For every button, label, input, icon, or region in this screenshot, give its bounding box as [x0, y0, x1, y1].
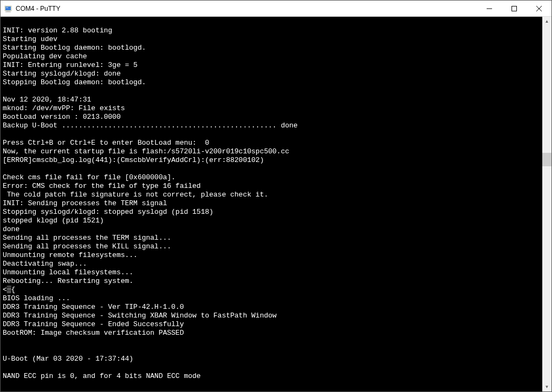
title-bar[interactable]: COM4 - PuTTY	[1, 1, 551, 17]
terminal-line: Sending all processes the TERM signal...	[3, 234, 540, 242]
close-button[interactable]	[527, 1, 551, 16]
terminal-line: done	[3, 225, 540, 234]
scroll-up-button[interactable]: ▲	[542, 17, 551, 26]
terminal-line: Sending all processes the KILL signal...	[3, 242, 540, 251]
terminal-line: DDR3 Training Sequence - Ver TIP-42.H-1.…	[3, 303, 540, 312]
scroll-down-button[interactable]: ▼	[542, 382, 551, 391]
terminal-line: DDR3 Training Sequence - Ended Successfu…	[3, 320, 540, 329]
terminal-line: Stopping syslogd/klogd: stopped syslogd …	[3, 208, 540, 217]
svg-rect-6	[512, 6, 517, 11]
terminal-line: Deactivating swap...	[3, 260, 540, 268]
terminal-line: Backup U-Boot ..........................…	[3, 121, 540, 130]
putty-icon	[4, 4, 12, 13]
svg-rect-1	[5, 6, 11, 10]
terminal-line	[3, 165, 540, 173]
terminal-line	[3, 337, 540, 346]
svg-rect-4	[5, 11, 11, 12]
terminal-line: BIOS loading ...	[3, 294, 540, 303]
scroll-thumb[interactable]	[542, 153, 551, 166]
minimize-button[interactable]	[477, 1, 502, 16]
window-title: COM4 - PuTTY	[16, 5, 477, 12]
terminal-line: [ERROR]cmscbb_log.log(441):(CmscbbVerify…	[3, 156, 540, 165]
terminal-line: Rebooting... Restarting system.	[3, 277, 540, 286]
terminal-line: NAND ECC pin is 0, and for 4 bits NAND E…	[3, 372, 540, 381]
terminal-line: mknod: /dev/mvPP: File exists	[3, 104, 540, 113]
terminal-line: The cold patch file signature is not cor…	[3, 191, 540, 199]
terminal-line: INIT: version 2.88 booting	[3, 26, 540, 35]
window-controls	[477, 1, 551, 16]
terminal-line: BootROM: Image checksum verification PAS…	[3, 329, 540, 337]
terminal-area: INIT: version 2.88 bootingStarting udevS…	[1, 17, 551, 391]
terminal-line: Unmounting remote filesystems...	[3, 251, 540, 260]
terminal-line: Populating dev cache	[3, 52, 540, 61]
scrollbar[interactable]: ▲ ▼	[542, 17, 551, 391]
terminal-line: Error: CMS check for the file of type 16…	[3, 182, 540, 191]
maximize-button[interactable]	[502, 1, 527, 16]
svg-rect-3	[6, 11, 10, 12]
terminal-line: INIT: Sending processes the TERM signal	[3, 199, 540, 208]
terminal-line: U-Boot (Mar 03 2020 - 17:37:44)	[3, 355, 540, 363]
terminal-line: BootLoad version : 0213.0000	[3, 113, 540, 121]
terminal-line: Check cms file fail for file [0x600000a]…	[3, 173, 540, 182]
terminal-line: Now, the current startup file is flash:/…	[3, 147, 540, 156]
terminal-line	[3, 130, 540, 139]
terminal[interactable]: INIT: version 2.88 bootingStarting udevS…	[1, 17, 542, 391]
terminal-line: Starting udev	[3, 35, 540, 44]
terminal-line: Stopping Bootlog daemon: bootlogd.	[3, 78, 540, 87]
scroll-track[interactable]	[542, 26, 551, 382]
terminal-line: Starting syslogd/klogd: done	[3, 70, 540, 78]
terminal-line	[3, 87, 540, 96]
terminal-line: stopped klogd (pid 1521)	[3, 217, 540, 225]
putty-window: COM4 - PuTTY INIT: version 2.88 bootingS…	[0, 0, 552, 392]
terminal-line: INIT: Entering runlevel: 3ge = 5	[3, 61, 540, 70]
terminal-line: Press Ctrl+B or Ctrl+E to enter BootLoad…	[3, 139, 540, 147]
terminal-line: <▒{	[3, 286, 540, 294]
terminal-line	[3, 18, 540, 26]
terminal-line: Unmounting local filesystems...	[3, 268, 540, 277]
terminal-line: DDR3 Training Sequence - Switching XBAR …	[3, 312, 540, 320]
terminal-line	[3, 346, 540, 355]
terminal-line	[3, 363, 540, 372]
terminal-line: Nov 12 2020, 18:47:31	[3, 96, 540, 104]
terminal-line: Starting Bootlog daemon: bootlogd.	[3, 44, 540, 52]
